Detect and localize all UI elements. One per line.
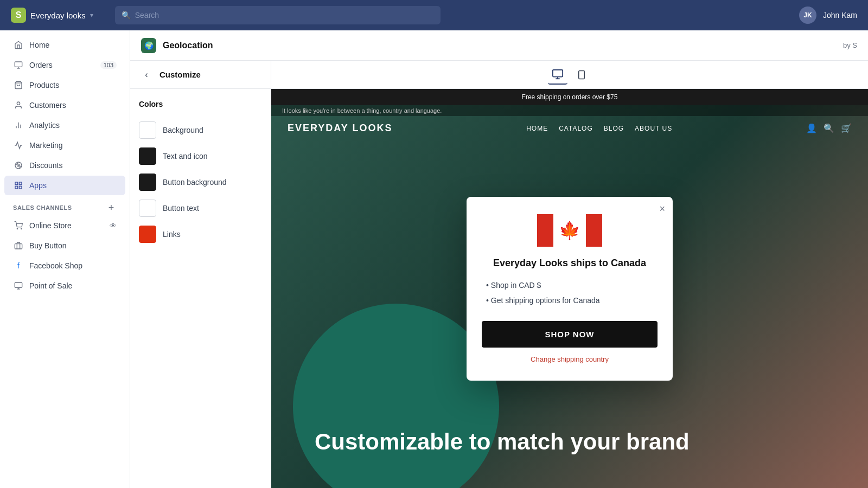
color-item-links[interactable]: Links [139,221,262,247]
content-area: 🌍 Geolocation by S ‹ Customize Colors B [130,30,868,488]
flag-red-left [537,214,553,247]
modal-overlay: × 🍁 [271,89,868,488]
sidebar-item-products[interactable]: Products [4,75,125,95]
sidebar-item-discounts[interactable]: Discounts [4,156,125,175]
search-bar[interactable]: 🔍 [115,6,441,24]
links-swatch[interactable] [139,226,156,243]
sidebar-item-customers[interactable]: Customers [4,95,125,115]
home-icon [13,40,24,50]
maple-leaf-icon: 🍁 [559,220,580,241]
svg-rect-11 [15,182,18,185]
color-item-button-background[interactable]: Button background [139,169,262,195]
search-icon: 🔍 [122,11,131,20]
main-layout: Home Orders 103 Products Customers [0,30,868,488]
buy-button-icon [13,240,24,251]
sidebar-label-online-store: Online Store [29,221,72,230]
sales-channels-section: SALES CHANNELS + [0,196,130,215]
back-button[interactable]: ‹ [139,67,154,82]
shop-now-button[interactable]: SHOP NOW [482,321,658,348]
svg-rect-18 [15,282,22,287]
modal-list-item-2: • Get shipping options for Canada [486,293,653,308]
online-store-icon [13,220,24,231]
canada-flag-container: 🍁 [482,214,658,249]
background-swatch[interactable] [139,121,156,139]
canada-flag: 🍁 [537,214,602,247]
search-input[interactable] [135,11,434,20]
sidebar-label-orders: Orders [29,61,53,69]
shopify-logo: S [11,8,26,23]
sidebar-item-analytics[interactable]: Analytics [4,115,125,135]
modal-close-button[interactable]: × [659,203,665,215]
links-label: Links [163,230,181,239]
split-panel: ‹ Customize Colors Background Text and i… [130,61,868,488]
sidebar-label-facebook-shop: Facebook Shop [29,261,82,270]
button-background-label: Button background [163,178,227,187]
svg-point-15 [17,228,17,229]
svg-rect-14 [15,186,18,189]
orders-badge: 103 [100,61,117,69]
color-item-button-text[interactable]: Button text [139,195,262,221]
preview-toolbar [271,61,868,89]
svg-rect-19 [553,69,563,76]
flag-white-center: 🍁 [553,214,586,247]
customize-header: ‹ Customize [130,61,271,89]
orders-icon [13,60,24,70]
sidebar-item-buy-button[interactable]: Buy Button [4,236,125,255]
avatar[interactable]: JK [799,7,816,24]
sidebar-label-buy-button: Buy Button [29,241,67,250]
color-item-background[interactable]: Background [139,117,262,143]
text-icon-swatch[interactable] [139,147,156,165]
marketing-icon [13,140,24,151]
flag-red-right [586,214,602,247]
sidebar: Home Orders 103 Products Customers [0,30,130,488]
desktop-preview-button[interactable] [548,65,567,85]
sidebar-label-customers: Customers [29,101,66,110]
change-shipping-country-link[interactable]: Change shipping country [482,355,658,363]
button-text-swatch[interactable] [139,200,156,217]
svg-point-8 [17,164,18,165]
sidebar-item-apps[interactable]: Apps [4,176,125,195]
color-item-text-icon[interactable]: Text and icon [139,143,262,169]
user-name: John Kam [823,11,857,20]
geolocation-app-icon: 🌍 [141,38,156,53]
sidebar-item-facebook-shop[interactable]: f Facebook Shop [4,256,125,275]
add-sales-channel-button[interactable]: + [106,202,117,213]
mobile-preview-button[interactable] [572,65,591,85]
sidebar-item-home[interactable]: Home [4,35,125,55]
svg-rect-13 [19,186,22,189]
app-header: 🌍 Geolocation by S [130,30,868,61]
discounts-icon [13,160,24,171]
customize-panel: ‹ Customize Colors Background Text and i… [130,61,271,488]
brand-area[interactable]: S Everyday looks ▾ [11,8,93,23]
modal-title: Everyday Looks ships to Canada [482,258,658,269]
sidebar-label-analytics: Analytics [29,121,60,130]
products-icon [13,80,24,91]
eye-icon: 👁 [110,222,117,230]
top-nav-right: JK John Kam [799,7,857,24]
button-text-label: Button text [163,204,199,213]
top-navigation: S Everyday looks ▾ 🔍 JK John Kam [0,0,868,30]
sidebar-item-orders[interactable]: Orders 103 [4,55,125,75]
apps-icon [13,180,24,191]
customers-icon [13,100,24,111]
svg-point-16 [21,228,22,229]
button-background-swatch[interactable] [139,174,156,191]
background-label: Background [163,126,203,134]
svg-rect-0 [15,62,22,67]
modal-list: • Shop in CAD $ • Get shipping options f… [482,278,658,308]
sidebar-item-point-of-sale[interactable]: Point of Sale [4,276,125,296]
app-by-label: by S [843,41,857,49]
svg-rect-17 [15,244,22,249]
sidebar-label-home: Home [29,41,49,49]
sidebar-item-online-store[interactable]: Online Store 👁 [4,216,125,235]
preview-area: Free shipping on orders over $75 It look… [271,61,868,488]
analytics-icon [13,120,24,131]
sales-channels-title: SALES CHANNELS [13,204,72,211]
modal-list-item-1: • Shop in CAD $ [486,278,653,293]
customize-title: Customize [159,70,201,79]
store-background: Free shipping on orders over $75 It look… [271,89,868,488]
svg-point-9 [19,166,21,168]
chevron-down-icon: ▾ [90,11,93,19]
colors-section-title: Colors [139,100,262,108]
sidebar-item-marketing[interactable]: Marketing [4,136,125,155]
